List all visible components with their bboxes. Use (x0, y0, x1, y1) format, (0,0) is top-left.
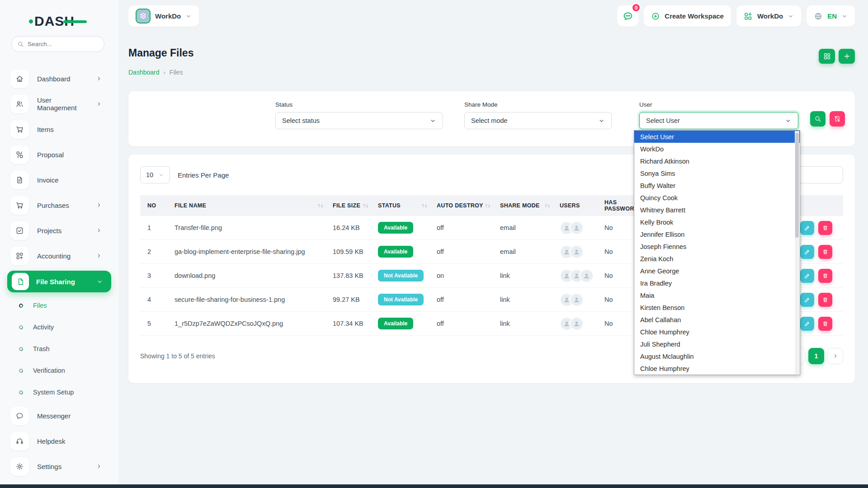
sort-arrows-icon[interactable]: ↑↓ (484, 203, 490, 208)
dropdown-option-jennifer-ellison[interactable]: Jennifer Ellison (634, 228, 800, 240)
dropdown-option-kelly-brook[interactable]: Kelly Brook (634, 216, 800, 228)
user-filter-select[interactable]: Select User (639, 112, 798, 129)
workspace-switcher[interactable]: WorkDo (128, 5, 199, 27)
sidebar-item-settings[interactable]: Settings (0, 454, 118, 479)
sidebar-subitem-verification[interactable]: Verification (0, 360, 118, 381)
sidebar-item-invoice[interactable]: Invoice (0, 167, 118, 192)
sort-arrows-icon[interactable]: ↑↓ (362, 203, 368, 208)
sidebar-item-file-sharing[interactable]: File Sharing (7, 271, 111, 292)
edit-file-button[interactable] (800, 221, 814, 235)
grid-view-button[interactable] (819, 49, 835, 64)
column-header-label: SHARE MODE (500, 202, 540, 209)
create-workspace-button[interactable]: Create Workspace (644, 5, 731, 27)
dropdown-option-chloe-humphrey[interactable]: Chloe Humphrey (634, 362, 800, 375)
column-header-label: USERS (560, 202, 580, 209)
entries-per-page-select[interactable]: 10 (140, 166, 170, 183)
page-1-button[interactable]: 1 (808, 348, 824, 364)
logo-dot-icon (29, 19, 33, 23)
dropdown-option-maia[interactable]: Maia (634, 289, 800, 301)
cell-status: Not Available (378, 294, 437, 305)
brand-logo[interactable]: DAS H (29, 14, 74, 29)
dropdown-option-quincy-cook[interactable]: Quincy Cook (634, 192, 800, 204)
delete-file-button[interactable] (818, 269, 832, 283)
dropdown-option-workdo[interactable]: WorkDo (634, 143, 800, 155)
sort-arrows-icon[interactable]: ↑↓ (317, 203, 323, 208)
edit-file-button[interactable] (800, 269, 814, 283)
dropdown-option-buffy-walter[interactable]: Buffy Walter (634, 179, 800, 192)
cell-file-name: Transfer-file.png (175, 224, 333, 231)
sort-arrows-icon[interactable]: ↑↓ (544, 203, 550, 208)
dropdown-option-anne-george[interactable]: Anne George (634, 265, 800, 277)
user-management-icon (10, 95, 29, 113)
sidebar-search-input[interactable] (28, 41, 99, 47)
column-header-file-size[interactable]: FILE SIZE↑↓ (333, 202, 378, 209)
delete-file-button[interactable] (818, 317, 832, 331)
cell-users (560, 317, 604, 331)
column-header-status[interactable]: STATUS↑↓ (378, 202, 437, 209)
delete-file-button[interactable] (818, 221, 832, 235)
dropdown-option-august-mclaughlin[interactable]: August Mclaughlin (634, 350, 800, 362)
chevron-down-icon (841, 13, 848, 19)
delete-file-button[interactable] (818, 245, 832, 259)
sidebar-item-items[interactable]: Items (0, 117, 118, 142)
dropdown-option-chloe-humphrey[interactable]: Chloe Humphrey (634, 326, 800, 338)
sidebar-item-dashboard[interactable]: Dashboard (0, 66, 118, 91)
user-avatars (560, 317, 604, 331)
language-menu[interactable]: EN (807, 5, 855, 27)
apply-filter-button[interactable] (810, 111, 826, 127)
dropdown-option-abel-callahan[interactable]: Abel Callahan (634, 314, 800, 326)
dropdown-option-richard-atkinson[interactable]: Richard Atkinson (634, 155, 800, 167)
sidebar-item-accounting[interactable]: Accounting (0, 243, 118, 268)
sidebar-subitem-files[interactable]: Files (0, 295, 118, 316)
chevron-right-icon (96, 227, 102, 234)
column-header-auto-destroy[interactable]: AUTO DESTROY↑↓ (437, 202, 500, 209)
dropdown-option-select-user[interactable]: Select User (634, 131, 800, 143)
cell-users (560, 221, 604, 235)
sidebar-item-helpdesk[interactable]: Helpdesk (0, 428, 118, 454)
sidebar-item-projects[interactable]: Projects (0, 218, 118, 243)
sort-arrows-icon[interactable]: ↑↓ (421, 203, 427, 208)
reset-filter-button[interactable] (830, 111, 845, 127)
status-filter-select[interactable]: Select status (275, 112, 443, 129)
app-root: DAS H DashboardUser ManagementItemsPropo… (0, 0, 868, 488)
breadcrumb-dashboard-link[interactable]: Dashboard (128, 69, 160, 76)
delete-file-button[interactable] (818, 293, 832, 307)
page-header: Manage Files (128, 47, 855, 64)
dropdown-option-joseph-fiennes[interactable]: Joseph Fiennes (634, 240, 800, 253)
chevron-right-icon (96, 463, 102, 469)
edit-file-button[interactable] (800, 293, 814, 307)
sidebar-subitem-label: Trash (33, 345, 50, 352)
dropdown-scrollbar[interactable] (795, 131, 799, 374)
dropdown-option-whitney-barrett[interactable]: Whitney Barrett (634, 204, 800, 216)
sidebar-item-purchases[interactable]: Purchases (0, 192, 118, 218)
sidebar-subitem-system-setup[interactable]: System Setup (0, 381, 118, 403)
sidebar-item-proposal[interactable]: Proposal (0, 142, 118, 167)
bottom-dark-bar (0, 484, 868, 488)
share-mode-filter-select[interactable]: Select mode (464, 112, 612, 129)
sidebar-subitem-trash[interactable]: Trash (0, 338, 118, 360)
account-menu[interactable]: WorkDo (736, 5, 801, 27)
edit-file-button[interactable] (800, 245, 814, 259)
edit-file-button[interactable] (800, 317, 814, 331)
sidebar-subitem-label: Activity (33, 324, 54, 331)
dropdown-option-ira-bradley[interactable]: Ira Bradley (634, 277, 800, 289)
dropdown-scrollbar-thumb[interactable] (795, 133, 799, 238)
add-file-button[interactable] (839, 49, 855, 64)
sidebar-subitem-activity[interactable]: Activity (0, 316, 118, 338)
sidebar-item-user-management[interactable]: User Management (0, 91, 118, 117)
chevron-right-icon (832, 353, 839, 359)
messages-button[interactable]: 0 (617, 5, 638, 27)
column-header-label: FILE SIZE (333, 202, 360, 209)
column-header-share-mode[interactable]: SHARE MODE↑↓ (500, 202, 560, 209)
avatar (570, 317, 584, 331)
home-icon (10, 70, 29, 88)
dropdown-option-kirsten-benson[interactable]: Kirsten Benson (634, 301, 800, 314)
dropdown-option-sonya-sims[interactable]: Sonya Sims (634, 167, 800, 179)
column-header-file-name[interactable]: FILE NAME↑↓ (175, 202, 333, 209)
dropdown-option-juli-shepherd[interactable]: Juli Shepherd (634, 338, 800, 350)
cell-users (560, 245, 604, 259)
dropdown-option-zenia-koch[interactable]: Zenia Koch (634, 253, 800, 265)
sidebar-item-messenger[interactable]: Messenger (0, 403, 118, 428)
next-page-button[interactable] (827, 348, 843, 364)
submenu-bullet-icon (18, 389, 24, 395)
